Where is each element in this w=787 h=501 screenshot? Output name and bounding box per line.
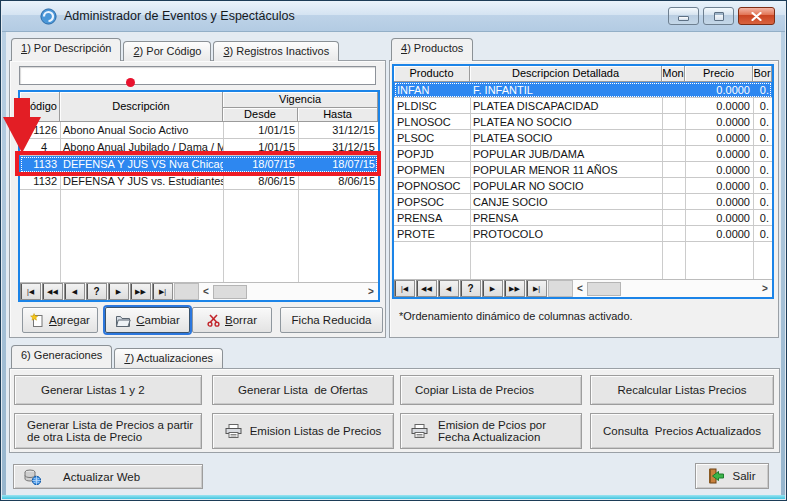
nav-search-button[interactable]: ? [86, 283, 107, 300]
generar-lista-precios-partir-button[interactable]: Generar Lista de Precios a partir de otr… [14, 413, 202, 449]
horizontal-scrollbar[interactable]: < > [573, 280, 772, 297]
nav-fast-rewind-button[interactable]: ◀◀ [416, 280, 437, 297]
nav-last-button[interactable]: ▶| [152, 283, 173, 300]
ficha-reducida-button[interactable]: Ficha Reducida [280, 307, 383, 333]
right-tabstrip: 4) Productos [391, 38, 475, 61]
table-row[interactable]: POPNOSOC POPULAR NO SOCIO 0.0000 0. [394, 178, 772, 194]
table-row-selected[interactable]: INFAN F. INFANTIL 0.0000 0. [394, 82, 772, 98]
table-row[interactable]: 4 Abono Anual Jubilado / Dama / M 1/01/1… [20, 139, 378, 156]
actualizar-web-button[interactable]: Actualizar Web [13, 464, 203, 489]
cell-producto: POPSOC [394, 194, 470, 209]
tab-por-descripcion[interactable]: 1) Por Descripción [11, 38, 121, 61]
table-row[interactable]: 1132 DEFENSA Y JUS vs. Estudiantes L 8/0… [20, 173, 378, 190]
emision-pcios-fecha-button[interactable]: Emision de Pcios por Fecha Actualizacion [400, 413, 582, 449]
cell-descripcion: PLATEA NO SOCIO [470, 114, 662, 129]
cell-descripcion: PLATEA DISCAPACIDAD [470, 98, 662, 113]
table-row[interactable]: POPJD POPULAR JUB/DAMA 0.0000 0. [394, 146, 772, 162]
salir-button[interactable]: Salir [695, 463, 769, 489]
cell-moneda [662, 226, 685, 241]
table-row[interactable]: POPSOC CANJE SOCIO 0.0000 0. [394, 194, 772, 210]
column-header-codigo[interactable]: Código [20, 92, 60, 122]
scroll-right-icon[interactable]: > [758, 281, 772, 297]
tab-registros-inactivos[interactable]: 3) Registros Inactivos [213, 41, 339, 61]
cambiar-button[interactable]: Cambiar [105, 307, 190, 333]
cell-borrado: 0. [753, 226, 772, 241]
nav-prev-button[interactable]: ◀ [438, 280, 459, 297]
scroll-right-icon[interactable]: > [364, 284, 378, 300]
search-input[interactable] [19, 66, 376, 85]
cell-moneda [662, 178, 685, 193]
cell-precio: 0.0000 [685, 130, 753, 145]
consulta-precios-actualizados-button[interactable]: Consulta Precios Actualizados [590, 413, 774, 449]
column-header-precio[interactable]: Precio [685, 66, 753, 82]
table-row-selected[interactable]: 1133 DEFENSA Y JUS VS Nva Chicago 18/07/… [20, 156, 378, 173]
left-tabstrip: 1) Por Descripción 2) Por Código 3) Regi… [11, 38, 341, 61]
cell-hasta: 31/12/15 [298, 139, 378, 155]
table-row[interactable]: POPMEN POPULAR MENOR 11 AÑOS 0.0000 0. [394, 162, 772, 178]
minimize-button[interactable] [668, 7, 699, 25]
events-grid: Código Descripción Vigencia Desde Hasta … [18, 90, 380, 302]
nav-prev-button[interactable]: ◀ [64, 283, 85, 300]
nav-gap [548, 280, 573, 297]
bottom-tabstrip: 6) Generaciones 7) Actualizaciones [11, 345, 225, 368]
close-button[interactable] [738, 7, 775, 25]
cell-desde: 1/01/15 [223, 139, 298, 155]
table-row[interactable]: PLDISC PLATEA DISCAPACIDAD 0.0000 0. [394, 98, 772, 114]
table-row[interactable]: PRENSA PRENSA 0.0000 0. [394, 210, 772, 226]
generar-listas-1y2-button[interactable]: Generar Listas 1 y 2 [14, 375, 202, 405]
column-header-producto[interactable]: Producto [394, 66, 470, 82]
column-header-moneda[interactable]: Mon [662, 66, 685, 82]
table-row[interactable]: PROTE PROTOCOLO 0.0000 0. [394, 226, 772, 242]
window-border-right [781, 32, 785, 496]
title-bar[interactable]: Administrador de Eventos y Espectáculos [2, 1, 785, 32]
table-row[interactable]: PLSOC PLATEA SOCIO 0.0000 0. [394, 130, 772, 146]
nav-fast-forward-button[interactable]: ▶▶ [130, 283, 151, 300]
tab-productos[interactable]: 4) Productos [391, 38, 473, 61]
agregar-button[interactable]: Agregar [22, 307, 98, 333]
cell-producto: PRENSA [394, 210, 470, 225]
right-tab-page: Producto Descripcion Detallada Mon Preci… [389, 60, 779, 338]
scroll-left-icon[interactable]: < [199, 284, 213, 300]
cell-descripcion: DEFENSA Y JUS vs. Estudiantes L [60, 173, 223, 189]
tab-actualizaciones[interactable]: 7) Actualizaciones [114, 348, 223, 368]
recalcular-listas-precios-button[interactable]: Recalcular Listas Precios [590, 375, 774, 405]
cell-hasta: 18/07/15 [298, 156, 378, 172]
horizontal-scrollbar[interactable]: < > [199, 283, 378, 300]
nav-fast-forward-button[interactable]: ▶▶ [504, 280, 525, 297]
scrollbar-thumb[interactable] [587, 282, 621, 296]
close-icon [751, 12, 762, 21]
exit-door-icon [708, 468, 726, 484]
borrar-button[interactable]: Borrar [192, 307, 272, 333]
nav-first-button[interactable]: |◀ [394, 280, 415, 297]
cell-moneda [662, 194, 685, 209]
tab-por-codigo[interactable]: 2) Por Código [123, 41, 211, 61]
nav-first-button[interactable]: |◀ [20, 283, 41, 300]
printer-icon [225, 424, 242, 438]
nav-next-button[interactable]: ▶ [482, 280, 503, 297]
table-row[interactable]: 1126 Abono Anual Socio Activo 1/01/15 31… [20, 122, 378, 139]
table-row[interactable]: PLNOSOC PLATEA NO SOCIO 0.0000 0. [394, 114, 772, 130]
generar-lista-ofertas-button[interactable]: Generar Lista de Ofertas [212, 375, 394, 405]
emision-listas-precios-button[interactable]: Emision Listas de Precios [212, 413, 394, 449]
nav-last-button[interactable]: ▶| [526, 280, 547, 297]
events-grid-body: 1126 Abono Anual Socio Activo 1/01/15 31… [20, 122, 378, 282]
column-header-descripcion[interactable]: Descripción [60, 92, 223, 122]
maximize-button[interactable] [703, 7, 734, 25]
cell-desde: 8/06/15 [223, 173, 298, 189]
scrollbar-thumb[interactable] [213, 285, 247, 299]
nav-next-button[interactable]: ▶ [108, 283, 129, 300]
cell-moneda [662, 98, 685, 113]
column-header-hasta[interactable]: Hasta [298, 108, 378, 122]
copiar-lista-precios-button[interactable]: Copiar Lista de Precios [400, 375, 582, 405]
column-header-vigencia[interactable]: Vigencia [223, 92, 378, 108]
nav-search-button[interactable]: ? [460, 280, 481, 297]
cell-descripcion: DEFENSA Y JUS VS Nva Chicago [60, 156, 223, 172]
column-header-descripcion-detallada[interactable]: Descripcion Detallada [470, 66, 662, 82]
column-header-desde[interactable]: Desde [223, 108, 298, 122]
nav-fast-rewind-button[interactable]: ◀◀ [42, 283, 63, 300]
column-header-borrado[interactable]: Bor [753, 66, 772, 82]
cell-descripcion: PLATEA SOCIO [470, 130, 662, 145]
cell-precio: 0.0000 [685, 178, 753, 193]
tab-generaciones[interactable]: 6) Generaciones [11, 345, 112, 368]
scroll-left-icon[interactable]: < [573, 281, 587, 297]
